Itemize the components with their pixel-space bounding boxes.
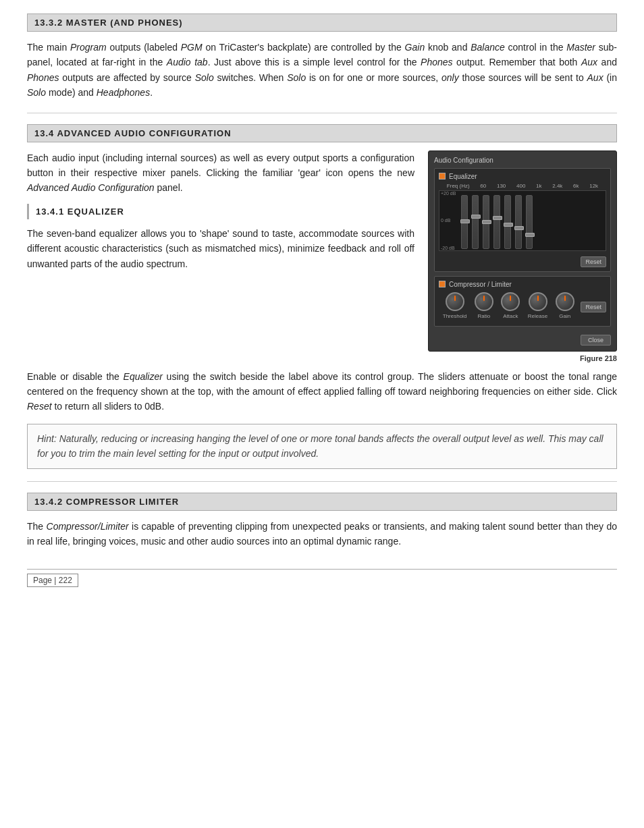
audio-config-panel: Audio Configuration Equalizer Freq (Hz) …	[428, 150, 617, 352]
eq-sliders-area: +20 dB 0 dB -20 dB	[439, 190, 606, 251]
gain-knob[interactable]	[556, 292, 574, 311]
ratio-label: Ratio	[477, 313, 490, 319]
two-col-layout: Each audio input (including internal sou…	[27, 150, 617, 362]
attack-knob[interactable]	[501, 292, 520, 311]
eq-slider-4[interactable]	[493, 195, 500, 249]
audio-config-title: Audio Configuration	[434, 157, 611, 164]
ratio-knob[interactable]	[475, 292, 493, 311]
comp-header: Compressor / Limiter	[439, 281, 606, 288]
section-1341-para1: The seven-band equalizer allows you to '…	[27, 226, 414, 271]
eq-label: Equalizer	[449, 173, 477, 180]
eq-header: Equalizer	[439, 173, 606, 180]
hint-box: Hint: Naturally, reducing or increasing …	[27, 424, 617, 469]
knob-attack: Attack	[501, 292, 520, 319]
section-134-text-col: Each audio input (including internal sou…	[27, 150, 414, 362]
section-1341-para2: Enable or disable the Equalizer using th…	[27, 369, 617, 414]
attack-label: Attack	[503, 313, 518, 319]
eq-section: Equalizer Freq (Hz) 60 130 400 1k 2.4k 6…	[434, 168, 611, 272]
eq-slider-7[interactable]	[526, 195, 533, 249]
eq-slider-1[interactable]	[461, 195, 468, 249]
page-number: Page | 222	[27, 574, 78, 587]
section-1341-header: 13.4.1 EQUALIZER	[27, 204, 414, 219]
eq-sliders[interactable]	[442, 192, 603, 249]
audio-config-image-col: Audio Configuration Equalizer Freq (Hz) …	[428, 150, 617, 362]
divider-1	[27, 113, 617, 113]
page-footer: Page | 222	[27, 569, 617, 587]
eq-slider-2[interactable]	[472, 195, 479, 249]
eq-slider-3[interactable]	[483, 195, 489, 249]
section-1342-header: 13.4.2 COMPRESSOR LIMITER	[27, 493, 617, 511]
section-1332: 13.3.2 MASTER (AND PHONES) The main Prog…	[27, 13, 617, 101]
gain-label: Gain	[559, 313, 570, 319]
comp-knobs: Threshold Ratio Attack	[439, 292, 578, 319]
eq-reset-button[interactable]: Reset	[581, 256, 606, 267]
section-1332-para: The main Program outputs (labeled PGM on…	[27, 40, 617, 101]
divider-2	[27, 481, 617, 482]
section-134-header: 13.4 ADVANCED AUDIO CONFIGURATION	[27, 124, 617, 142]
threshold-label: Threshold	[443, 313, 467, 319]
release-knob[interactable]	[529, 292, 547, 311]
section-1342-para: The Compressor/Limiter is capable of pre…	[27, 519, 617, 549]
figure-caption: Figure 218	[428, 354, 617, 362]
comp-reset-button[interactable]: Reset	[581, 302, 606, 312]
section-1332-header: 13.3.2 MASTER (AND PHONES)	[27, 13, 617, 32]
section-134-para: Each audio input (including internal sou…	[27, 150, 414, 196]
knob-threshold: Threshold	[443, 292, 467, 319]
hint-text: Hint: Naturally, reducing or increasing …	[37, 433, 603, 459]
section-1342: 13.4.2 COMPRESSOR LIMITER The Compressor…	[27, 493, 617, 549]
comp-section: Compressor / Limiter Threshold Ratio	[434, 276, 611, 327]
comp-checkbox[interactable]	[439, 281, 446, 287]
eq-freq-labels: Freq (Hz) 60 130 400 1k 2.4k 6k 12k	[439, 183, 606, 189]
knob-ratio: Ratio	[475, 292, 493, 319]
db-labels: +20 dB 0 dB -20 dB	[441, 191, 456, 250]
threshold-knob[interactable]	[446, 292, 464, 311]
close-button[interactable]: Close	[581, 335, 611, 346]
knob-gain: Gain	[556, 292, 574, 319]
release-label: Release	[528, 313, 547, 319]
eq-checkbox[interactable]	[439, 173, 446, 180]
eq-slider-5[interactable]	[504, 195, 511, 249]
eq-slider-6[interactable]	[515, 195, 522, 249]
section-134: 13.4 ADVANCED AUDIO CONFIGURATION Each a…	[27, 124, 617, 469]
comp-label: Compressor / Limiter	[449, 281, 512, 288]
knob-release: Release	[528, 292, 547, 319]
